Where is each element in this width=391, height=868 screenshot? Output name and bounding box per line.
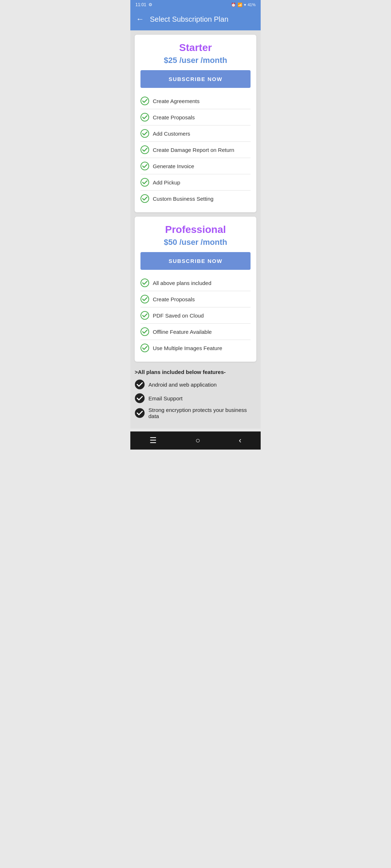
- list-item: Email Support: [135, 393, 256, 403]
- starter-subscribe-button[interactable]: SUBSCRIBE NOW: [140, 70, 251, 88]
- professional-plan-name: Professional: [140, 224, 251, 235]
- svg-point-9: [141, 311, 149, 319]
- bottom-section: >All plans included below features- Andr…: [130, 366, 261, 429]
- bottom-header: >All plans included below features-: [135, 369, 256, 375]
- svg-point-14: [135, 408, 144, 418]
- svg-point-10: [141, 328, 149, 336]
- svg-point-12: [135, 380, 144, 389]
- alarm-icon: ⏰: [231, 3, 236, 7]
- list-item: Custom Business Setting: [140, 191, 251, 207]
- list-item: Create Agreements: [140, 93, 251, 109]
- list-item: Create Proposals: [140, 291, 251, 307]
- menu-icon[interactable]: ☰: [150, 436, 157, 445]
- signal-icon: 📶: [237, 3, 243, 7]
- home-icon[interactable]: ○: [196, 436, 200, 445]
- svg-point-13: [135, 393, 144, 403]
- bottom-features-container: Android and web application Email Suppor…: [135, 379, 256, 419]
- svg-point-11: [141, 344, 149, 352]
- list-item: Strong encryption protects your business…: [135, 407, 256, 419]
- list-item: Add Customers: [140, 125, 251, 142]
- battery-text: 41%: [248, 3, 256, 7]
- svg-point-1: [141, 113, 149, 121]
- list-item: Use Multiple Images Feature: [140, 340, 251, 356]
- app-header: ← Select Subscription Plan: [130, 9, 261, 30]
- starter-feature-list: Create Agreements Create Proposals Add C…: [140, 93, 251, 207]
- svg-point-0: [141, 97, 149, 105]
- list-item: Offline Feature Available: [140, 324, 251, 340]
- professional-subscribe-button[interactable]: SUBSCRIBE NOW: [140, 252, 251, 270]
- main-content: Starter $25 /user /month SUBSCRIBE NOW C…: [130, 30, 261, 366]
- nav-bar: ☰ ○ ‹: [130, 431, 261, 450]
- svg-point-4: [141, 162, 149, 170]
- svg-point-7: [141, 279, 149, 287]
- professional-plan-price: $50 /user /month: [140, 238, 251, 247]
- list-item: Generate Invoice: [140, 158, 251, 174]
- status-bar-left: 11:01 ⚙: [135, 2, 152, 7]
- list-item: Add Pickup: [140, 174, 251, 191]
- wifi-icon: ▾: [244, 3, 246, 7]
- svg-point-6: [141, 195, 149, 203]
- status-bar-right: ⏰ 📶 ▾ 41%: [231, 3, 256, 7]
- list-item: Create Damage Report on Return: [140, 142, 251, 158]
- gear-icon: ⚙: [148, 2, 152, 7]
- back-button[interactable]: ←: [136, 14, 144, 24]
- svg-point-5: [141, 178, 149, 186]
- starter-plan-name: Starter: [140, 42, 251, 54]
- svg-point-8: [141, 295, 149, 303]
- status-time: 11:01: [135, 2, 146, 7]
- professional-feature-list: All above plans included Create Proposal…: [140, 275, 251, 356]
- svg-point-3: [141, 146, 149, 154]
- starter-plan-card: Starter $25 /user /month SUBSCRIBE NOW C…: [135, 35, 256, 212]
- starter-plan-price: $25 /user /month: [140, 56, 251, 65]
- page-title: Select Subscription Plan: [150, 15, 228, 24]
- list-item: Create Proposals: [140, 109, 251, 125]
- list-item: All above plans included: [140, 275, 251, 291]
- professional-plan-card: Professional $50 /user /month SUBSCRIBE …: [135, 217, 256, 362]
- svg-point-2: [141, 129, 149, 137]
- list-item: Android and web application: [135, 379, 256, 390]
- back-nav-icon[interactable]: ‹: [239, 436, 241, 445]
- status-bar: 11:01 ⚙ ⏰ 📶 ▾ 41%: [130, 0, 261, 9]
- list-item: PDF Saved on Cloud: [140, 307, 251, 324]
